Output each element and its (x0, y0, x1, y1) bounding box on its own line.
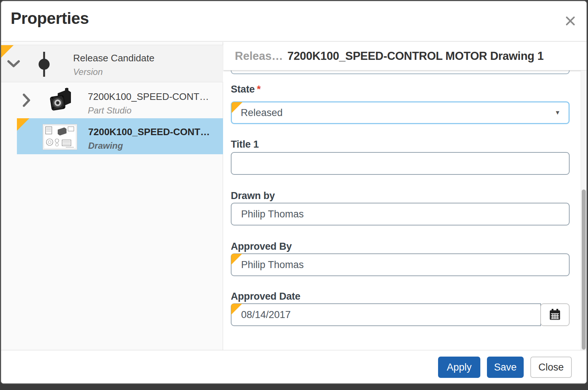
title1-field-wrap (231, 152, 570, 175)
drawing-thumbnail-art (43, 124, 77, 149)
required-asterisk: * (257, 84, 261, 95)
modified-flag-icon (231, 304, 242, 315)
close-button[interactable]: Close (530, 357, 572, 378)
title1-input[interactable] (231, 152, 570, 175)
tree-item-text: 7200K100_SPEED-CONT… Drawing (88, 126, 210, 151)
close-icon[interactable] (564, 15, 576, 27)
document-tree-panel: Release Candidate Version (1, 42, 223, 350)
drawn-by-field-wrap (231, 203, 570, 225)
dialog-footer: Apply Save Close (1, 350, 587, 384)
tree-item-title: Release Candidate (73, 53, 154, 64)
drawn-by-input[interactable] (231, 203, 570, 225)
close-x-glyph (565, 16, 576, 26)
calendar-icon (549, 308, 561, 321)
chevron-down-icon[interactable] (7, 60, 20, 68)
part-studio-thumbnail (49, 87, 72, 116)
breadcrumb: Releas… (235, 50, 283, 63)
cutoff-field-above[interactable] (231, 71, 570, 74)
tree-row-part-studio[interactable]: 7200K100_SPEED-CONT… Part Studio (1, 82, 223, 118)
properties-dialog: Properties Release Candidate Version (0, 0, 587, 384)
dialog-header: Properties (1, 1, 587, 41)
form-scroll-area: State* Released ▼ Title 1 Drawn by Appro… (223, 71, 581, 350)
approved-date-input[interactable] (231, 303, 541, 326)
state-label: State* (231, 84, 570, 95)
approved-date-label: Approved Date (231, 291, 570, 302)
tree-item-subtitle: Part Studio (88, 105, 209, 116)
tree-item-text: 7200K100_SPEED-CONT… Part Studio (88, 91, 209, 116)
tree-row-drawing-selected[interactable]: 7200K100_SPEED-CONT… Drawing (17, 118, 223, 154)
drawing-thumbnail (43, 124, 77, 150)
modified-flag-icon (231, 254, 242, 265)
item-title: 7200K100_SPEED-CONTROL MOTOR Drawing 1 (287, 50, 544, 63)
approved-date-group (231, 303, 570, 326)
version-node-icon (38, 50, 50, 79)
page: { "dialog": { "title": "Properties" }, "… (0, 0, 588, 390)
vertical-scrollbar[interactable] (581, 71, 587, 350)
item-header: Releas… 7200K100_SPEED-CONTROL MOTOR Dra… (223, 42, 587, 71)
approved-by-label: Approved By (231, 241, 570, 252)
scrollbar-thumb[interactable] (582, 189, 586, 350)
tree-item-subtitle: Drawing (88, 141, 210, 151)
save-button[interactable]: Save (487, 357, 524, 378)
tree-item-subtitle: Version (73, 67, 154, 77)
tree-row-version[interactable]: Release Candidate Version (1, 45, 223, 82)
modified-flag-icon (17, 118, 29, 131)
title1-label: Title 1 (231, 139, 570, 150)
dialog-title: Properties (11, 9, 89, 28)
tree-item-title: 7200K100_SPEED-CONT… (88, 126, 210, 138)
approved-by-input[interactable] (231, 253, 570, 276)
properties-form-panel: Releas… 7200K100_SPEED-CONTROL MOTOR Dra… (223, 42, 587, 350)
state-value: Released (241, 107, 283, 119)
approved-by-field-wrap (231, 253, 570, 276)
apply-button[interactable]: Apply (438, 357, 480, 378)
state-label-text: State (231, 84, 255, 95)
modified-flag-icon (1, 45, 14, 58)
tree-item-text: Release Candidate Version (73, 53, 154, 77)
state-field-wrap: Released ▼ (231, 101, 570, 124)
tree-item-title: 7200K100_SPEED-CONT… (88, 91, 209, 102)
state-select[interactable]: Released ▼ (231, 101, 570, 124)
calendar-button[interactable] (540, 303, 570, 326)
chevron-right-icon[interactable] (22, 93, 31, 107)
modified-flag-icon (232, 102, 243, 113)
chevron-down-icon: ▼ (555, 109, 560, 116)
drawn-by-label: Drawn by (231, 190, 570, 202)
